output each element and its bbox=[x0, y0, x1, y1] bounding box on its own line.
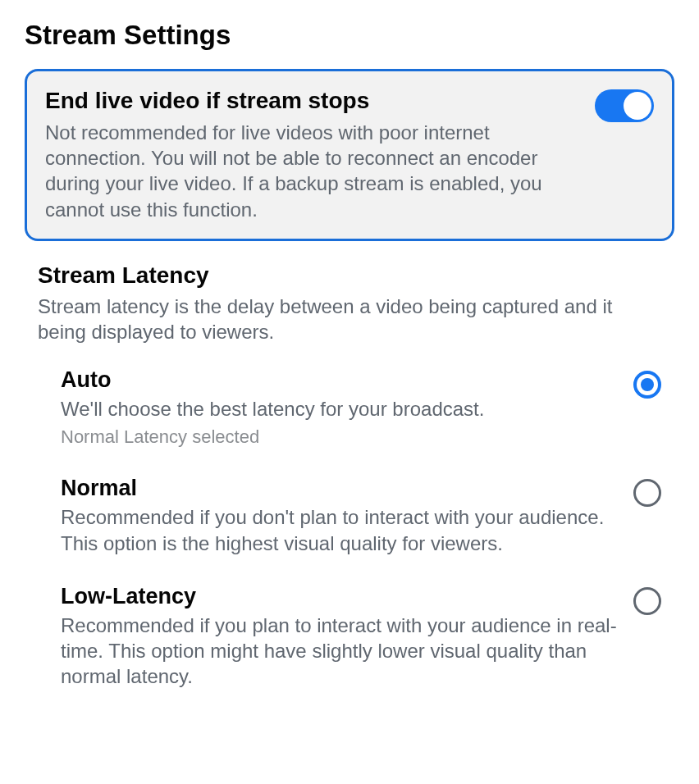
latency-option-title: Auto bbox=[61, 367, 617, 393]
radio-button-selected-icon bbox=[633, 371, 661, 399]
latency-option-text: Normal Recommended if you don't plan to … bbox=[61, 476, 617, 555]
latency-option-description: Recommended if you plan to interact with… bbox=[61, 613, 617, 690]
end-stream-text: End live video if stream stops Not recom… bbox=[45, 86, 578, 222]
latency-option-low-latency[interactable]: Low-Latency Recommended if you plan to i… bbox=[61, 584, 661, 690]
latency-option-text: Auto We'll choose the best latency for y… bbox=[61, 367, 617, 448]
latency-option-title: Normal bbox=[61, 476, 617, 501]
latency-option-description: We'll choose the best latency for your b… bbox=[61, 396, 617, 422]
latency-option-subtext: Normal Latency selected bbox=[61, 426, 617, 448]
page-title: Stream Settings bbox=[25, 20, 674, 51]
latency-option-title: Low-Latency bbox=[61, 584, 617, 609]
radio-button-unselected-icon bbox=[633, 479, 661, 507]
latency-option-text: Low-Latency Recommended if you plan to i… bbox=[61, 584, 617, 690]
stream-latency-title: Stream Latency bbox=[38, 262, 661, 289]
end-stream-title: End live video if stream stops bbox=[45, 86, 578, 115]
radio-button-unselected-icon bbox=[633, 587, 661, 615]
stream-latency-description: Stream latency is the delay between a vi… bbox=[38, 294, 661, 344]
latency-radio-group: Auto We'll choose the best latency for y… bbox=[25, 367, 674, 689]
end-stream-setting-card: End live video if stream stops Not recom… bbox=[25, 69, 674, 241]
latency-option-description: Recommended if you don't plan to interac… bbox=[61, 504, 617, 555]
toggle-knob-icon bbox=[624, 92, 651, 120]
latency-option-auto[interactable]: Auto We'll choose the best latency for y… bbox=[61, 367, 661, 448]
latency-option-normal[interactable]: Normal Recommended if you don't plan to … bbox=[61, 476, 661, 555]
end-stream-description: Not recommended for live videos with poo… bbox=[45, 120, 578, 222]
end-stream-toggle[interactable] bbox=[595, 89, 654, 122]
